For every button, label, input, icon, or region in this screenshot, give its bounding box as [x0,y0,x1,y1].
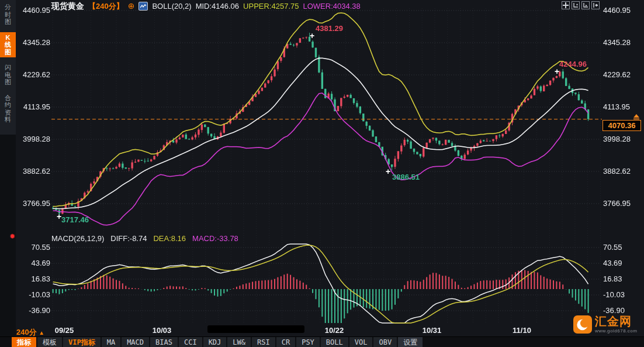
cr-button[interactable]: CR [276,337,295,347]
boll-mid-value: MID:4146.06 [196,2,239,11]
tab-char: 图 [5,49,11,56]
chevron-up-icon: ▲ [39,329,44,336]
price-axis-label: 3882.62 [603,167,640,176]
tab-char: 合 [5,94,11,102]
tab-kline-chart[interactable]: K线图 [0,32,16,58]
extreme-cross-marker: + [57,213,61,220]
chart-canvas[interactable] [0,0,644,347]
tab-char: 图 [5,18,11,26]
rsi-button[interactable]: RSI [252,337,275,347]
logo-name: 汇金网 [595,315,637,328]
extreme-cross-marker: + [555,68,559,75]
template-button[interactable]: 模板 [37,337,62,347]
pan-right-icon[interactable] [591,1,600,9]
cci-button[interactable]: CCI [179,337,202,347]
macd-label: MACD(26,12,9) [51,234,104,243]
price-axis-label: 4113.95 [603,103,640,111]
boll-button[interactable]: BOLL [321,337,348,347]
price-axis-label: 3766.95 [603,200,640,208]
extreme-cross-marker: + [386,168,390,175]
macd-axis-label: 43.69 [603,259,640,267]
price-axis-label: 4460.95 [16,6,50,15]
macd-macd-value: MACD:-33.78 [192,234,238,243]
extreme-price-annotation: 4244.96 [559,60,587,68]
chart-tools [562,1,600,9]
chart-header: 现货黄金 【240分】 ⊕ BOLL(20,2) MID:4146.06 UPP… [51,1,361,11]
crosshair-move-icon[interactable] [562,1,570,9]
tab-char: K [6,34,11,42]
period-selector-label: 240分 [16,328,37,336]
red-star-icon[interactable]: ✹ [9,233,15,240]
obv-button[interactable]: OBV [373,337,397,347]
sidebar: 分时图K线图闪电图合约资料 [0,0,16,336]
boll-upper-value: UPPER:4257.75 [243,2,299,11]
price-axis-label: 3766.95 [16,200,50,208]
price-axis-label: 4345.28 [603,39,640,47]
date-axis-label: 10/03 [146,326,178,335]
price-axis-label: 4460.95 [603,6,640,15]
date-axis-label: 11/10 [505,326,538,335]
indicator-toolbar: 指标模板VIP指标MAMACDBIASCCIKDJLW&RSICRPSYBOLL… [0,336,644,347]
tab-char: 线 [5,41,11,49]
tab-char: 图 [5,78,11,86]
extreme-price-annotation: 3886.51 [392,173,420,181]
axis-zoom-vertical-icon[interactable] [572,1,580,9]
tab-char: 料 [5,116,11,123]
macd-dea-value: DEA:8.16 [153,234,186,243]
boll-label: BOLL(20,2) [152,2,191,11]
indicator-button[interactable]: 指标 [12,337,36,347]
vol-button[interactable]: VOL [349,337,373,347]
macd-axis-label: -36.90 [603,307,640,315]
tab-char: 闪 [5,64,11,71]
site-logo[interactable]: 汇金网 www.gold678.com [573,315,637,334]
settings-button[interactable]: 设置 [398,337,423,347]
chart-scrollbar-thumb[interactable] [207,325,304,333]
tab-contract-info[interactable]: 合约资料 [0,92,16,125]
price-axis-label: 3998.28 [603,135,640,143]
macd-axis-label: 16.83 [603,275,640,283]
macd-axis-label: 70.55 [16,243,50,252]
macd-header: MACD(26,12,9) DIFF:-8.74 DEA:8.16 MACD:-… [51,234,238,243]
ma-button[interactable]: MA [102,337,120,347]
macd-axis-label: -10.03 [603,291,640,299]
extreme-price-annotation: 4381.29 [316,25,343,32]
tab-char: 分 [5,4,11,11]
current-price-badge: 4070.36 [603,120,641,131]
add-indicator-icon[interactable]: ⊕ [128,2,135,10]
price-axis-label: 4113.95 [16,103,50,111]
macd-axis-label: 16.83 [16,275,50,283]
tab-char: 时 [5,11,11,19]
date-axis-label: 10/31 [416,326,448,335]
sidebar-tabs: 分时图K线图闪电图合约资料 [0,0,16,135]
date-axis-label: 10/22 [318,326,351,335]
macd-axis-label: 43.69 [16,259,50,267]
macd-button[interactable]: MACD [122,337,149,347]
axis-zoom-horizontal-icon[interactable] [581,1,590,9]
lw-button[interactable]: LW& [227,337,251,347]
symbol-title: 现货黄金 [51,1,84,12]
logo-url: www.gold678.com [595,328,637,334]
period-badge: 【240分】 [88,1,124,12]
tab-char: 电 [5,71,11,79]
indicator-chart-icon[interactable] [139,2,148,11]
tab-char: 资 [5,109,11,116]
price-axis-label: 3998.28 [16,135,50,143]
macd-axis-label: 70.55 [603,243,640,252]
tab-lightning-chart[interactable]: 闪电图 [0,62,16,88]
vip-indicator-button[interactable]: VIP指标 [63,337,101,347]
price-axis-label: 4345.28 [16,39,50,47]
chart-window: 分时图K线图闪电图合约资料 ✹ 现货黄金 【240分】 ⊕ BOLL(20,2)… [0,0,644,347]
tab-time-chart[interactable]: 分时图 [0,2,16,28]
price-axis-label: 4229.62 [16,71,50,79]
price-axis-label: 3882.62 [16,167,50,176]
logo-icon [573,315,592,334]
psy-button[interactable]: PSY [296,337,320,347]
macd-axis-label: -10.03 [16,291,50,299]
extreme-price-annotation: 3717.46 [61,216,89,224]
kdj-button[interactable]: KDJ [203,337,227,347]
price-axis-label: 4229.62 [603,71,640,79]
bias-button[interactable]: BIAS [150,337,178,347]
tab-char: 约 [5,101,11,109]
boll-lower-value: LOWER:4034.38 [303,2,360,11]
macd-axis-label: -36.90 [16,307,50,315]
